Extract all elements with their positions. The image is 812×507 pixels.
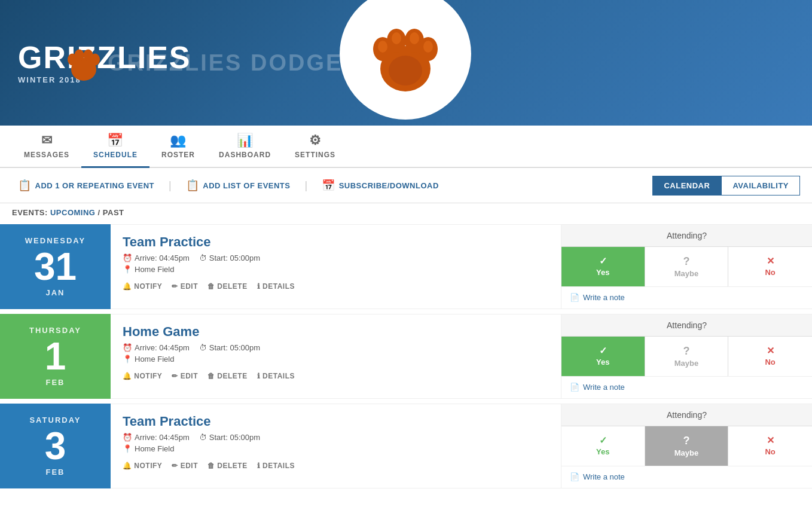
attending-header-3: Attending? <box>561 404 812 426</box>
subscribe-download-button[interactable]: 📅 SUBSCRIBE/DOWNLOAD <box>316 175 445 196</box>
add-single-event-button[interactable]: 📋 ADD 1 OR REPEATING EVENT <box>12 175 160 196</box>
nav-settings-label: SETTINGS <box>295 151 335 159</box>
yes-button-3[interactable]: ✓ Yes <box>561 426 645 466</box>
yes-check-icon-1: ✓ <box>567 255 639 267</box>
write-note-3[interactable]: 📄 Write a note <box>561 466 812 487</box>
details-link-3[interactable]: ℹ DETAILS <box>257 462 295 470</box>
clock-icon-arrive: ⏰ <box>123 343 132 352</box>
no-button-3[interactable]: ✕ No <box>728 426 812 466</box>
nav-messages[interactable]: ✉ MESSAGES <box>12 126 81 168</box>
messages-icon: ✉ <box>41 133 53 148</box>
no-x-icon-2: ✕ <box>734 345 806 356</box>
maybe-q-icon-3: ? <box>651 435 722 447</box>
event-card-3: SATURDAY 3 FEB Team Practice ⏰ Arrive: 0… <box>0 401 812 488</box>
events-list: WEDNESDAY 31 JAN Team Practice ⏰ Arrive:… <box>0 222 812 503</box>
svg-point-8 <box>423 41 433 53</box>
event-title-3: Team Practice <box>123 414 549 429</box>
details-link-2[interactable]: ℹ DETAILS <box>257 372 295 380</box>
nav-dashboard[interactable]: 📊 DASHBOARD <box>207 126 283 168</box>
event-day-2: THURSDAY <box>29 326 81 335</box>
svg-point-6 <box>392 32 401 44</box>
event-arrive-2: ⏰ Arrive: 04:45pm <box>123 343 190 352</box>
yes-check-icon-2: ✓ <box>567 345 639 356</box>
maybe-button-3[interactable]: ? Maybe <box>645 426 729 466</box>
event-date-block-3: SATURDAY 3 FEB <box>0 404 111 488</box>
edit-link-1[interactable]: ✏ EDIT <box>172 282 198 291</box>
event-arrive-1: ⏰ Arrive: 04:45pm <box>123 253 190 262</box>
event-location-1: 📍 Home Field <box>123 265 549 274</box>
event-meta-1: ⏰ Arrive: 04:45pm ⏱ Start: 05:00pm <box>123 253 549 262</box>
nav-roster[interactable]: 👥 ROSTER <box>149 126 207 168</box>
nav-settings[interactable]: ⚙ SETTINGS <box>283 126 347 168</box>
event-main-2: Home Game ⏰ Arrive: 04:45pm ⏱ Start: 05:… <box>111 314 561 399</box>
edit-link-3[interactable]: ✏ EDIT <box>172 462 198 470</box>
event-main-3: Team Practice ⏰ Arrive: 04:45pm ⏱ Start:… <box>111 404 561 488</box>
nav-roster-label: ROSTER <box>161 151 195 159</box>
nav-dashboard-label: DASHBOARD <box>219 151 271 159</box>
toolbar-separator-2: | <box>304 179 307 192</box>
no-button-1[interactable]: ✕ No <box>728 247 812 286</box>
events-prefix: EVENTS: <box>12 208 48 217</box>
note-icon-2: 📄 <box>570 383 579 392</box>
event-card-2: THURSDAY 1 FEB Home Game ⏰ Arrive: 04:45… <box>0 311 812 399</box>
nav-schedule[interactable]: 📅 SCHEDULE <box>81 126 149 168</box>
filter-separator: / <box>98 208 103 217</box>
events-filter-bar: EVENTS: UPCOMING / PAST <box>0 203 812 222</box>
subscribe-icon: 📅 <box>322 179 335 192</box>
subscribe-label: SUBSCRIBE/DOWNLOAD <box>339 181 439 190</box>
svg-point-7 <box>410 32 419 44</box>
clock-icon-arrive: ⏰ <box>123 253 132 262</box>
location-pin-icon: 📍 <box>123 265 132 274</box>
attendance-panel-3: Attending? ✓ Yes ? Maybe ✕ No 📄 Write a … <box>561 404 812 488</box>
event-actions-3: 🔔 NOTIFY ✏ EDIT 🗑 DELETE ℹ DETAILS <box>123 462 549 470</box>
location-pin-icon: 📍 <box>123 355 132 364</box>
note-icon-3: 📄 <box>570 472 579 481</box>
event-location-3: 📍 Home Field <box>123 444 549 453</box>
event-start-2: ⏱ Start: 05:00pm <box>199 343 260 352</box>
details-link-1[interactable]: ℹ DETAILS <box>257 282 295 291</box>
note-icon-1: 📄 <box>570 293 579 302</box>
view-toggle-group: CALENDAR AVAILABILITY <box>652 176 800 196</box>
event-day-3: SATURDAY <box>29 416 81 424</box>
write-note-1[interactable]: 📄 Write a note <box>561 287 812 308</box>
delete-link-3[interactable]: 🗑 DELETE <box>207 462 248 470</box>
yes-button-1[interactable]: ✓ Yes <box>561 247 645 286</box>
event-start-3: ⏱ Start: 05:00pm <box>199 433 260 442</box>
add-list-label: ADD LIST OF EVENTS <box>203 181 290 190</box>
notify-link-1[interactable]: 🔔 NOTIFY <box>123 282 162 291</box>
add-list-events-button[interactable]: 📋 ADD LIST OF EVENTS <box>180 175 297 196</box>
event-date-block-2: THURSDAY 1 FEB <box>0 314 111 399</box>
add-single-icon: 📋 <box>18 179 32 192</box>
delete-link-1[interactable]: 🗑 DELETE <box>207 282 248 291</box>
event-main-1: Team Practice ⏰ Arrive: 04:45pm ⏱ Start:… <box>111 224 561 309</box>
calendar-view-button[interactable]: CALENDAR <box>652 176 721 196</box>
yes-button-2[interactable]: ✓ Yes <box>561 337 645 376</box>
availability-view-button[interactable]: AVAILABILITY <box>721 176 800 196</box>
toolbar-separator-1: | <box>169 179 172 192</box>
schedule-toolbar: 📋 ADD 1 OR REPEATING EVENT | 📋 ADD LIST … <box>0 168 812 203</box>
maybe-q-icon-1: ? <box>651 255 722 268</box>
event-date-num-3: 3 <box>45 427 66 465</box>
attendance-buttons-3: ✓ Yes ? Maybe ✕ No <box>561 426 812 466</box>
clock-icon-start: ⏱ <box>199 433 207 442</box>
delete-link-2[interactable]: 🗑 DELETE <box>207 372 248 380</box>
notify-link-2[interactable]: 🔔 NOTIFY <box>123 372 162 380</box>
main-nav: ✉ MESSAGES 📅 SCHEDULE 👥 ROSTER 📊 DASHBOA… <box>0 126 812 168</box>
event-title-1: Team Practice <box>123 234 549 250</box>
write-note-2[interactable]: 📄 Write a note <box>561 377 812 398</box>
event-actions-2: 🔔 NOTIFY ✏ EDIT 🗑 DELETE ℹ DETAILS <box>123 372 549 380</box>
event-meta-2: ⏰ Arrive: 04:45pm ⏱ Start: 05:00pm <box>123 343 549 352</box>
maybe-button-1[interactable]: ? Maybe <box>645 247 729 286</box>
event-start-1: ⏱ Start: 05:00pm <box>199 253 260 262</box>
no-button-2[interactable]: ✕ No <box>728 337 812 376</box>
upcoming-filter[interactable]: UPCOMING <box>50 208 96 217</box>
past-filter[interactable]: PAST <box>103 208 124 217</box>
notify-link-3[interactable]: 🔔 NOTIFY <box>123 462 162 470</box>
add-single-label: ADD 1 OR REPEATING EVENT <box>35 181 155 190</box>
roster-icon: 👥 <box>170 133 187 148</box>
edit-link-2[interactable]: ✏ EDIT <box>172 372 198 380</box>
maybe-button-2[interactable]: ? Maybe <box>645 337 729 376</box>
clock-icon-start: ⏱ <box>199 253 207 262</box>
event-arrive-3: ⏰ Arrive: 04:45pm <box>123 433 190 442</box>
svg-point-5 <box>378 41 387 53</box>
